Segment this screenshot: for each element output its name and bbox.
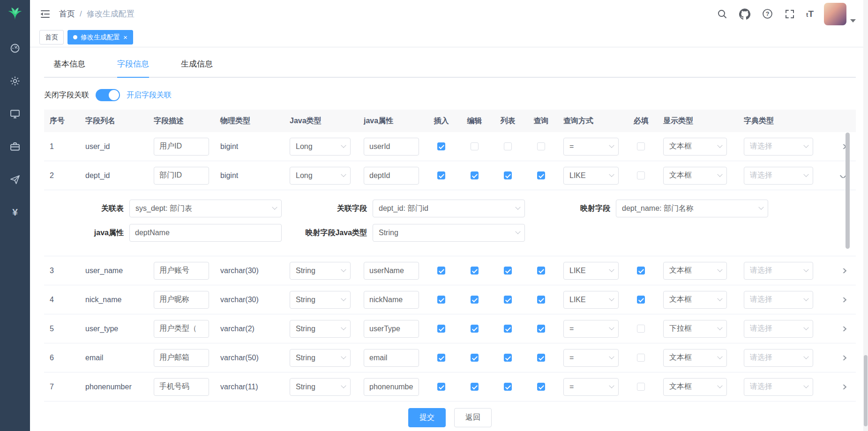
dict-type-select[interactable]: 请选择 [744,349,813,367]
query-type-select[interactable]: = [563,320,619,338]
insert-checkbox[interactable] [437,267,445,275]
insert-checkbox[interactable] [437,142,445,150]
avatar[interactable] [824,3,846,25]
tag-active-page[interactable]: 修改生成配置 × [67,30,133,45]
required-checkbox[interactable] [637,171,645,179]
github-icon[interactable] [739,8,751,20]
breadcrumb-home[interactable]: 首页 [59,8,75,19]
edit-checkbox[interactable] [471,383,479,391]
query-type-select[interactable]: = [563,349,619,367]
query-type-select[interactable]: = [563,378,619,396]
description-input[interactable] [154,320,209,338]
edit-checkbox[interactable] [471,325,479,333]
required-checkbox[interactable] [637,354,645,362]
expand-row-icon[interactable] [840,268,846,273]
relation-table-select[interactable]: sys_dept: 部门表 [129,200,282,217]
field-relation-switch[interactable] [96,89,120,101]
java-type-select[interactable]: String [290,320,351,338]
tab-generate-info[interactable]: 生成信息 [181,59,213,77]
description-input[interactable] [154,378,209,396]
java-field-input[interactable] [364,291,419,309]
java-field-input[interactable] [364,262,419,280]
list-checkbox[interactable] [504,325,512,333]
query-checkbox[interactable] [537,354,545,362]
font-size-icon[interactable]: tT [806,9,814,19]
edit-checkbox[interactable] [471,142,479,150]
edit-checkbox[interactable] [471,296,479,304]
query-checkbox[interactable] [537,171,545,179]
query-checkbox[interactable] [537,142,545,150]
page-scrollbar-thumb[interactable] [864,355,868,426]
expand-row-icon[interactable] [840,297,846,302]
dict-type-select[interactable]: 请选择 [744,262,813,280]
display-type-select[interactable]: 文本框 [663,378,727,396]
required-checkbox[interactable] [637,267,645,275]
page-scrollbar[interactable] [863,0,868,431]
required-checkbox[interactable] [637,325,645,333]
required-checkbox[interactable] [637,383,645,391]
search-icon[interactable] [716,8,728,20]
tab-basic-info[interactable]: 基本信息 [53,59,85,77]
description-input[interactable] [154,291,209,309]
app-logo[interactable] [0,0,30,29]
display-type-select[interactable]: 文本框 [663,262,727,280]
java-type-select[interactable]: String [290,378,351,396]
list-checkbox[interactable] [504,296,512,304]
sidebar-item-finance[interactable]: ¥ [9,206,21,218]
expand-row-icon[interactable] [840,327,846,331]
list-checkbox[interactable] [504,383,512,391]
fullscreen-icon[interactable] [784,8,796,20]
expand-row-icon[interactable] [840,385,846,389]
java-type-select[interactable]: String [290,262,351,280]
description-input[interactable] [154,167,209,185]
query-type-select[interactable]: LIKE [563,167,619,185]
edit-checkbox[interactable] [471,354,479,362]
java-type-select[interactable]: Long [290,167,351,185]
dict-type-select[interactable]: 请选择 [744,138,813,156]
list-checkbox[interactable] [504,142,512,150]
dict-type-select[interactable]: 请选择 [744,378,813,396]
java-field-input[interactable] [364,167,419,185]
java-type-select[interactable]: String [290,349,351,367]
sidebar-item-dashboard[interactable] [9,42,21,54]
insert-checkbox[interactable] [437,383,445,391]
query-checkbox[interactable] [537,325,545,333]
display-type-select[interactable]: 文本框 [663,291,727,309]
dict-type-select[interactable]: 请选择 [744,167,813,185]
java-attr-input[interactable] [129,224,282,242]
tag-home[interactable]: 首页 [39,30,64,45]
java-field-input[interactable] [364,320,419,338]
table-scrollbar-thumb[interactable] [846,133,850,249]
query-type-select[interactable]: = [563,138,619,156]
insert-checkbox[interactable] [437,296,445,304]
query-checkbox[interactable] [537,296,545,304]
edit-checkbox[interactable] [471,267,479,275]
list-checkbox[interactable] [504,171,512,179]
query-checkbox[interactable] [537,383,545,391]
user-menu[interactable] [824,3,856,25]
sidebar-collapse-button[interactable] [39,9,51,19]
sidebar-item-monitor[interactable] [9,108,21,120]
java-field-input[interactable] [364,349,419,367]
tab-field-info[interactable]: 字段信息 [117,59,149,77]
back-button[interactable]: 返回 [454,408,492,427]
required-checkbox[interactable] [637,296,645,304]
description-input[interactable] [154,138,209,156]
java-field-input[interactable] [364,138,419,156]
sidebar-item-system[interactable] [9,75,21,87]
description-input[interactable] [154,262,209,280]
display-type-select[interactable]: 文本框 [663,167,727,185]
tag-close-icon[interactable]: × [123,34,127,41]
insert-checkbox[interactable] [437,325,445,333]
display-type-select[interactable]: 下拉框 [663,320,727,338]
insert-checkbox[interactable] [437,354,445,362]
edit-checkbox[interactable] [471,171,479,179]
required-checkbox[interactable] [637,142,645,150]
dict-type-select[interactable]: 请选择 [744,291,813,309]
sidebar-item-deploy[interactable] [9,173,21,186]
dict-type-select[interactable]: 请选择 [744,320,813,338]
list-checkbox[interactable] [504,354,512,362]
expand-row-icon[interactable] [840,356,846,360]
java-type-select[interactable]: String [290,291,351,309]
relation-field-select[interactable]: dept_id: 部门id [373,200,525,217]
